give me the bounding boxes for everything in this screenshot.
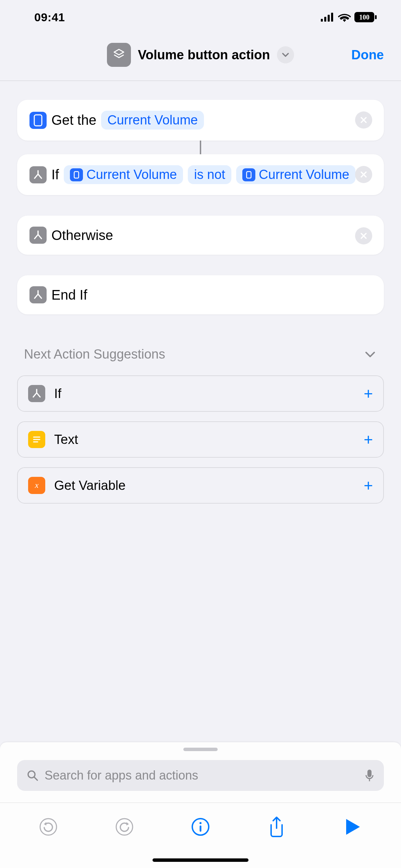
- status-bar: 09:41 100: [0, 0, 401, 34]
- suggestion-get-variable[interactable]: x Get Variable +: [17, 467, 384, 504]
- suggestion-text[interactable]: Text +: [17, 421, 384, 458]
- svg-rect-22: [200, 825, 202, 832]
- status-right: 100: [321, 12, 377, 22]
- svg-rect-3: [331, 13, 333, 22]
- mic-icon[interactable]: [365, 769, 374, 782]
- done-button[interactable]: Done: [351, 48, 384, 62]
- svg-rect-8: [74, 171, 79, 178]
- svg-text:100: 100: [359, 13, 369, 21]
- redo-button[interactable]: [114, 817, 135, 836]
- suggestion-label: Get Variable: [54, 478, 125, 493]
- connector-line: [200, 141, 201, 154]
- search-icon: [27, 770, 38, 781]
- search-bar[interactable]: Search for apps and actions: [17, 760, 384, 791]
- device-mini-icon: [70, 168, 83, 181]
- add-suggestion-button[interactable]: +: [364, 476, 373, 495]
- share-button[interactable]: [266, 816, 287, 838]
- add-suggestion-button[interactable]: +: [364, 384, 373, 403]
- suggestion-label: Text: [54, 432, 78, 447]
- info-button[interactable]: [190, 817, 211, 836]
- action-end-if[interactable]: End If: [17, 275, 384, 314]
- sheet-grabber[interactable]: [183, 748, 218, 751]
- device-icon: [29, 112, 47, 129]
- battery-icon: 100: [354, 12, 377, 22]
- title-chevron-down-icon[interactable]: [277, 46, 294, 63]
- variable-icon: x: [28, 477, 45, 494]
- condition-is-not[interactable]: is not: [188, 165, 231, 184]
- svg-rect-5: [375, 15, 377, 19]
- if-label: If: [51, 167, 59, 182]
- var-current-volume-1[interactable]: Current Volume: [64, 165, 183, 184]
- svg-point-18: [40, 819, 57, 835]
- device-mini-icon: [242, 168, 255, 181]
- bottom-toolbar: [0, 803, 401, 845]
- add-suggestion-button[interactable]: +: [364, 430, 373, 449]
- delete-action-button[interactable]: [355, 166, 372, 183]
- cellular-icon: [321, 13, 335, 22]
- param-current-volume[interactable]: Current Volume: [101, 111, 204, 130]
- suggestion-label: If: [54, 386, 61, 401]
- branch-icon: [29, 227, 47, 244]
- chevron-down-icon: [363, 348, 377, 361]
- nav-bar: Volume button action Done: [0, 34, 401, 81]
- otherwise-label: Otherwise: [51, 228, 113, 243]
- svg-rect-0: [321, 19, 323, 22]
- svg-line-15: [34, 777, 37, 780]
- delete-action-button[interactable]: [355, 227, 372, 244]
- svg-text:x: x: [35, 481, 39, 490]
- action-if[interactable]: If Current Volume is not Current Volume: [17, 154, 384, 195]
- var-current-volume-2[interactable]: Current Volume: [236, 165, 355, 184]
- home-indicator[interactable]: [153, 858, 248, 862]
- branch-icon: [28, 385, 45, 402]
- wifi-icon: [338, 12, 351, 22]
- play-button[interactable]: [342, 818, 363, 836]
- svg-rect-9: [247, 171, 251, 178]
- suggestion-list: If + Text + x Get Variable +: [17, 375, 384, 504]
- undo-button[interactable]: [38, 817, 59, 836]
- action-otherwise[interactable]: Otherwise: [17, 216, 384, 255]
- suggestions-title: Next Action Suggestions: [24, 347, 165, 362]
- suggestion-if[interactable]: If +: [17, 375, 384, 412]
- svg-rect-7: [34, 115, 42, 126]
- bottom-sheet: Search for apps and actions: [0, 742, 401, 868]
- delete-action-button[interactable]: [355, 111, 372, 129]
- branch-icon: [29, 166, 47, 183]
- action-text: Get the: [51, 112, 96, 128]
- shortcut-icon: [107, 43, 131, 67]
- action-get-volume[interactable]: Get the Current Volume: [17, 100, 384, 141]
- svg-rect-1: [324, 17, 326, 22]
- actions-content: Get the Current Volume If Current Volume…: [0, 100, 401, 504]
- svg-rect-2: [328, 15, 330, 22]
- branch-icon: [29, 286, 47, 303]
- text-icon: [28, 431, 45, 448]
- svg-point-21: [199, 822, 202, 824]
- endif-label: End If: [51, 287, 87, 303]
- suggestions-header[interactable]: Next Action Suggestions: [17, 347, 384, 362]
- shortcut-title: Volume button action: [138, 48, 270, 62]
- svg-point-19: [116, 819, 133, 835]
- search-placeholder: Search for apps and actions: [45, 768, 359, 783]
- status-time: 09:41: [34, 11, 65, 24]
- shortcut-title-group[interactable]: Volume button action: [107, 43, 294, 67]
- svg-rect-16: [367, 770, 372, 777]
